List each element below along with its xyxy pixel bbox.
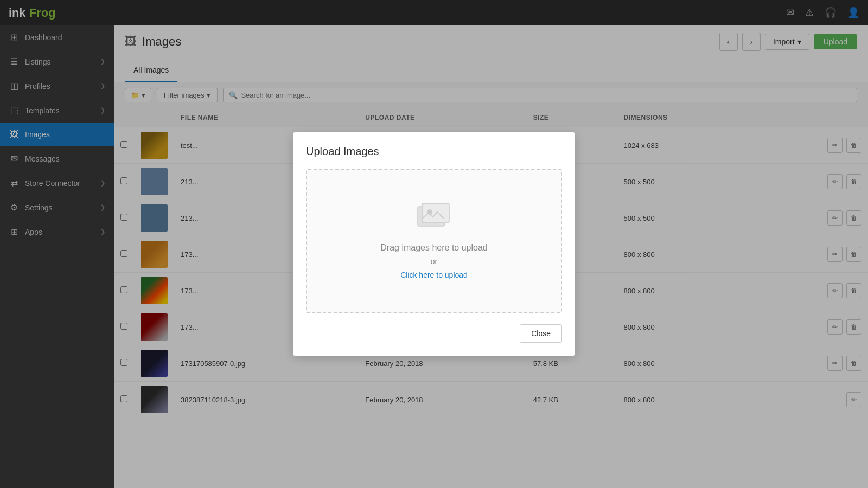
upload-drop-zone[interactable]: Drag images here to upload or Click here… bbox=[306, 169, 562, 313]
upload-modal: Upload Images Drag images here to upload… bbox=[293, 132, 575, 356]
drop-zone-text: Drag images here to upload bbox=[318, 243, 550, 253]
modal-footer: Close bbox=[306, 324, 562, 343]
modal-overlay[interactable]: Upload Images Drag images here to upload… bbox=[0, 0, 868, 488]
close-button[interactable]: Close bbox=[520, 324, 562, 343]
click-to-upload-link[interactable]: Click here to upload bbox=[400, 271, 468, 279]
drop-zone-icon bbox=[318, 202, 550, 234]
drop-zone-or: or bbox=[318, 257, 550, 266]
modal-title: Upload Images bbox=[306, 145, 562, 158]
